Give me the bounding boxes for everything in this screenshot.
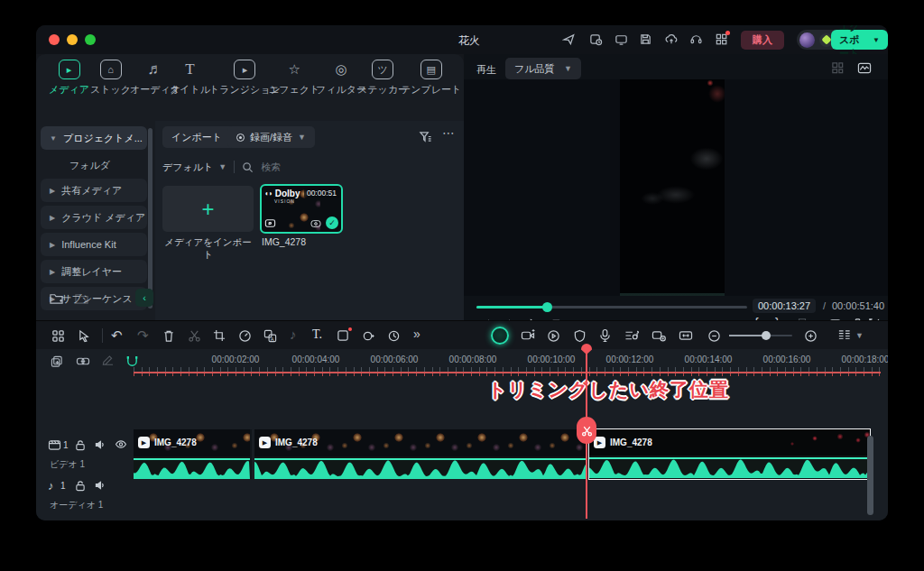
timeline-clip[interactable]: ▶IMG_4278 — [134, 429, 252, 456]
display-icon[interactable] — [614, 32, 628, 46]
window-title: 花火 — [397, 33, 541, 49]
mute-icon[interactable] — [95, 439, 106, 450]
scopes-icon[interactable] — [857, 61, 872, 75]
timeline-ruler[interactable]: 00:00:02:00 00:00:04:00 00:00:06:00 00:0… — [134, 349, 881, 374]
timeline-panel: 00:00:02:00 00:00:04:00 00:00:06:00 00:0… — [36, 349, 888, 520]
speed-icon[interactable] — [238, 329, 252, 343]
minimize-window-button[interactable] — [67, 34, 78, 45]
multi-view-icon[interactable] — [831, 61, 845, 75]
maximize-window-button[interactable] — [85, 34, 96, 45]
audio-mixer-icon[interactable] — [624, 329, 639, 342]
preview-scrubber[interactable] — [476, 301, 747, 312]
video-track-index: 1 — [63, 440, 69, 450]
new-folder-icon[interactable] — [49, 291, 64, 305]
redo-icon[interactable]: ↷ — [137, 327, 149, 344]
mask-tool-icon[interactable] — [337, 329, 349, 342]
search-input[interactable] — [261, 161, 396, 172]
media-browser-icon[interactable] — [51, 329, 65, 343]
auto-ripple-icon[interactable] — [651, 329, 666, 342]
lock-icon[interactable] — [75, 439, 86, 451]
caret-right-icon: ▶ — [50, 187, 55, 195]
split-scissors-icon[interactable] — [188, 329, 201, 343]
keyframe-icon[interactable] — [362, 329, 375, 343]
zoom-in-icon[interactable] — [804, 329, 818, 343]
support-icon[interactable] — [689, 32, 703, 46]
timeline-clip[interactable]: ▶IMG_4278 — [254, 429, 587, 456]
mute-icon[interactable] — [95, 480, 106, 491]
avatar[interactable] — [799, 32, 815, 48]
caret-right-icon: ▶ — [50, 214, 55, 222]
close-window-button[interactable] — [49, 34, 60, 45]
text-tool-icon[interactable]: T. — [312, 327, 322, 342]
more-tools-icon[interactable]: » — [413, 327, 420, 341]
lock-icon[interactable] — [75, 480, 86, 492]
share-icon[interactable] — [562, 32, 576, 46]
ai-copilot-icon[interactable] — [491, 327, 509, 345]
crop-icon[interactable] — [213, 329, 226, 342]
link-clips-icon[interactable] — [76, 355, 90, 367]
tab-title[interactable]: Tタイトル — [170, 60, 210, 97]
zoom-slider-handle[interactable] — [762, 331, 771, 340]
filter-icon[interactable] — [419, 130, 432, 143]
ruler-label: 00:00:14:00 — [685, 355, 733, 364]
preview-render-icon[interactable] — [547, 329, 560, 343]
tab-templates[interactable]: ▤テンプレート — [401, 60, 461, 97]
delete-icon[interactable] — [162, 329, 175, 343]
sidebar-item-project-media[interactable]: ▼プロジェクトメ... — [41, 126, 147, 150]
audio-tool-icon[interactable]: ♪ — [290, 327, 297, 342]
undo-icon[interactable]: ↶ — [111, 327, 123, 344]
rename-icon[interactable] — [101, 355, 115, 367]
track-manager-icon[interactable]: ▼ — [837, 328, 864, 343]
sidebar-item-cloud-media[interactable]: ▶クラウド メディア — [41, 206, 147, 229]
hide-track-eye-icon[interactable] — [115, 439, 127, 449]
sidebar-item-adjustment-layer[interactable]: ▶調整レイヤー — [41, 260, 147, 283]
shield-icon[interactable] — [574, 329, 586, 343]
quality-dropdown[interactable]: フル品質▼ — [505, 58, 581, 79]
fit-timeline-icon[interactable] — [679, 329, 693, 342]
sidebar-item-shared-media[interactable]: ▶共有メディア — [41, 179, 147, 202]
purchase-button[interactable]: 購入 — [741, 31, 784, 50]
sidebar-item-folder[interactable]: フォルダ — [41, 153, 147, 177]
timeline-clip-selected[interactable]: ▶IMG_4278 — [588, 428, 871, 480]
tab-stock[interactable]: ⌂ストック — [90, 60, 131, 97]
tab-media[interactable]: ▸メディア — [49, 60, 89, 97]
zoom-slider[interactable] — [729, 335, 792, 336]
select-tool-icon[interactable] — [78, 329, 91, 343]
record-button[interactable]: 録画/録音▼ — [227, 126, 315, 148]
sidebar-scrollbar[interactable] — [148, 128, 152, 309]
voiceover-mic-icon[interactable] — [599, 328, 611, 343]
titlebar: 花火 購入 0 エクスポート▼ — [36, 25, 888, 54]
save-icon[interactable] — [639, 32, 652, 46]
collapse-sidebar-button[interactable]: ‹ — [135, 289, 153, 307]
cloud-upload-icon[interactable] — [664, 32, 679, 46]
scrubber-handle[interactable] — [542, 302, 552, 312]
clip-waveform — [589, 456, 869, 478]
delete-folder-icon[interactable] — [74, 291, 89, 305]
dolby-icon: ◖◗ — [264, 189, 273, 198]
more-menu-icon[interactable]: ⋯ — [442, 125, 456, 140]
translate-icon[interactable]: A — [263, 329, 277, 343]
duplicate-icon[interactable] — [51, 355, 63, 368]
sort-dropdown[interactable]: デフォルト▼ — [162, 161, 226, 174]
media-item[interactable]: ◖◗Dolby VISION 00:00:51 ✓ — [260, 184, 343, 234]
video-track-lane: ▶IMG_4278 ▶IMG_4278 ▶IMG_4278 — [134, 429, 881, 480]
screen-record-icon[interactable] — [521, 329, 535, 342]
zoom-out-icon[interactable] — [707, 329, 721, 343]
tab-effects[interactable]: ☆エフェクト — [269, 60, 319, 97]
draft-icon[interactable] — [589, 32, 603, 46]
proxy-icon — [264, 217, 276, 229]
sidebar-item-influence-kit[interactable]: ▶Influence Kit — [41, 233, 147, 256]
preview-eye-icon[interactable] — [310, 219, 321, 228]
render-timer-icon[interactable] — [387, 329, 401, 343]
record-icon — [236, 134, 245, 142]
preview-viewport — [464, 79, 888, 296]
export-button[interactable]: エクスポート▼ — [831, 30, 888, 50]
divider — [102, 328, 103, 343]
clip-play-icon: ▶ — [138, 437, 150, 448]
cut-scissors-badge[interactable] — [577, 417, 596, 444]
shortcuts-icon[interactable] — [715, 32, 728, 46]
vertical-scrollbar[interactable] — [867, 436, 873, 515]
import-media-tile[interactable]: + — [162, 186, 254, 232]
clip-name: IMG_4278 — [275, 437, 318, 447]
timecode-separator: / — [823, 300, 826, 311]
